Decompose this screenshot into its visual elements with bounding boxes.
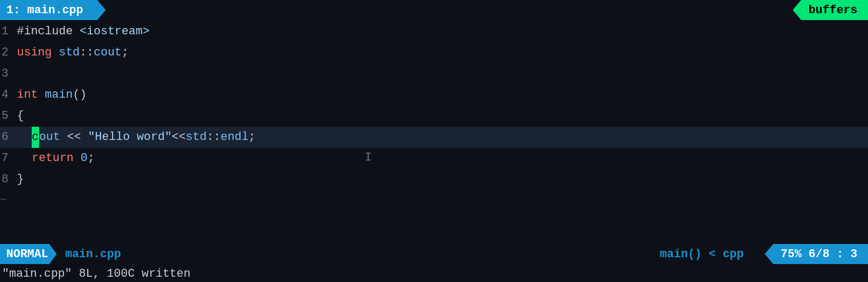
code-line-4: 4 int main() bbox=[0, 84, 868, 106]
token: endl bbox=[220, 130, 248, 144]
token: << bbox=[60, 130, 88, 144]
token: return bbox=[32, 152, 73, 165]
token: std bbox=[59, 46, 80, 59]
mode-label: NORMAL bbox=[6, 248, 48, 261]
text-cursor-indicator: I bbox=[365, 151, 372, 164]
line-number-4: 4 bbox=[0, 84, 17, 106]
token: #include bbox=[17, 25, 80, 38]
token: << bbox=[172, 130, 186, 144]
token: cout bbox=[94, 46, 122, 59]
token: main bbox=[45, 88, 73, 101]
token bbox=[38, 88, 45, 101]
buffers-label: buffers bbox=[809, 4, 857, 17]
position-label: 75% 6/8 : 3 bbox=[781, 248, 857, 261]
code-line-1: 1 #include <iostream> bbox=[0, 21, 868, 42]
token: :: bbox=[207, 130, 220, 144]
code-line-2: 2 using std::cout; bbox=[0, 42, 868, 63]
line-number-6: 6 bbox=[0, 127, 17, 148]
line-content-5: { bbox=[17, 106, 868, 127]
line-number-3: 3 bbox=[0, 63, 17, 84]
line-number-1: 1 bbox=[0, 21, 17, 42]
tab-bar: 1: main.cpp buffers bbox=[0, 0, 868, 20]
token: ; bbox=[248, 130, 255, 144]
bottom-bar: "main.cpp" 8L, 100C written bbox=[0, 265, 868, 282]
token bbox=[52, 46, 59, 59]
buffers-button[interactable]: buffers bbox=[793, 0, 868, 20]
token: "Hello word" bbox=[88, 130, 171, 144]
status-context: main() < cpp bbox=[660, 248, 743, 261]
code-line-3: 3 bbox=[0, 63, 868, 84]
tilde-char: ~ bbox=[0, 190, 7, 211]
line-content-8: } bbox=[17, 169, 868, 190]
active-tab[interactable]: 1: main.cpp bbox=[0, 0, 106, 20]
cursor: c bbox=[32, 127, 39, 148]
token: int bbox=[17, 88, 38, 101]
code-line-7: 7 return 0; bbox=[0, 148, 868, 169]
tilde-line: ~ bbox=[0, 190, 868, 211]
token: ; bbox=[122, 46, 128, 59]
code-line-5: 5 { bbox=[0, 106, 868, 127]
app: 1: main.cpp buffers 1 #include <iostream… bbox=[0, 0, 868, 282]
line-number-7: 7 bbox=[0, 148, 17, 169]
line-number-5: 5 bbox=[0, 106, 17, 127]
token: out bbox=[39, 130, 60, 144]
token bbox=[73, 152, 80, 165]
token: <iostream> bbox=[80, 25, 150, 38]
line-number-2: 2 bbox=[0, 42, 17, 63]
line-content-1: #include <iostream> bbox=[17, 21, 868, 42]
token: 0 bbox=[80, 152, 87, 165]
line-content-7: return 0; bbox=[17, 148, 868, 169]
token: std bbox=[186, 130, 207, 144]
line-content-2: using std::cout; bbox=[17, 42, 868, 63]
editor-area: 1 #include <iostream> 2 using std::cout;… bbox=[0, 20, 868, 243]
code-line-6: 6 cout << "Hello word"<<std::endl; bbox=[0, 127, 868, 148]
status-position: 75% 6/8 : 3 bbox=[765, 244, 868, 264]
token: () bbox=[73, 88, 87, 101]
status-bar: NORMAL main.cpp main() < cpp 75% 6/8 : 3 bbox=[0, 243, 868, 265]
status-filename: main.cpp bbox=[61, 248, 121, 261]
mode-badge: NORMAL bbox=[0, 244, 57, 264]
token: { bbox=[17, 109, 24, 123]
line-content-4: int main() bbox=[17, 84, 868, 106]
line-content-6: cout << "Hello word"<<std::endl; bbox=[17, 127, 868, 148]
token: using bbox=[17, 46, 52, 59]
token: :: bbox=[80, 46, 94, 59]
token: } bbox=[17, 173, 24, 186]
bottom-info-text: "main.cpp" 8L, 100C written bbox=[2, 267, 190, 280]
token: ; bbox=[88, 152, 95, 165]
tab-label: 1: main.cpp bbox=[6, 4, 83, 17]
line-number-8: 8 bbox=[0, 169, 17, 190]
code-line-8: 8 } bbox=[0, 169, 868, 190]
